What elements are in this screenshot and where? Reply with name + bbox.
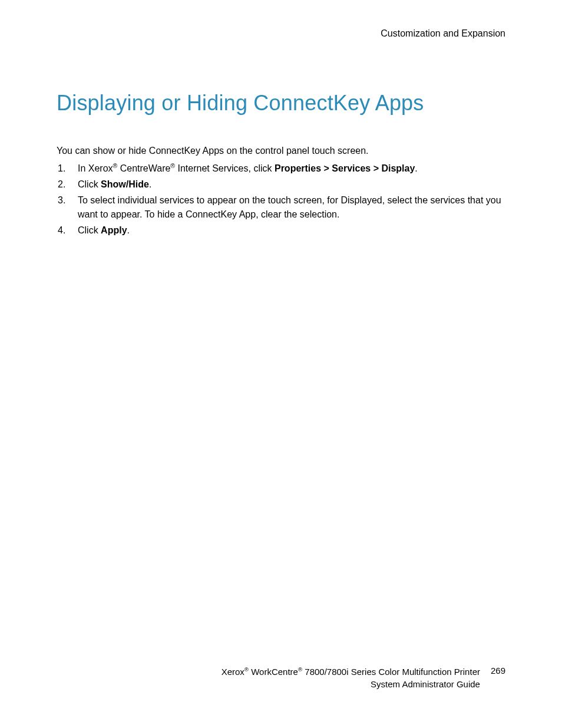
page-footer: Xerox® WorkCentre® 7800/7800i Series Col… — [0, 666, 562, 690]
step-number: 3. — [57, 193, 78, 222]
step-1: 1. In Xerox® CentreWare® Internet Servic… — [57, 162, 505, 176]
text-fragment: Click — [78, 179, 101, 189]
footer-product-info: Xerox® WorkCentre® 7800/7800i Series Col… — [222, 666, 480, 690]
text-fragment: 7800/7800i Series Color Multifunction Pr… — [302, 667, 480, 677]
text-fragment: Click — [78, 225, 101, 235]
bold-text: Properties > Services > Display — [275, 163, 415, 173]
text-fragment: . — [127, 225, 130, 235]
text-fragment: Xerox — [222, 667, 244, 677]
step-4: 4. Click Apply. — [57, 223, 505, 238]
step-number: 1. — [57, 162, 78, 176]
bold-text: Apply — [101, 225, 127, 235]
intro-text: You can show or hide ConnectKey Apps on … — [57, 144, 505, 158]
text-fragment: Internet Services, click — [175, 163, 275, 173]
step-number: 2. — [57, 177, 78, 192]
bold-text: Show/Hide — [101, 179, 149, 189]
step-number: 4. — [57, 223, 78, 238]
text-fragment: CentreWare — [117, 163, 170, 173]
step-text: Click Apply. — [78, 223, 505, 238]
text-fragment: . — [415, 163, 417, 173]
step-text: In Xerox® CentreWare® Internet Services,… — [78, 162, 505, 176]
step-2: 2. Click Show/Hide. — [57, 177, 505, 192]
text-fragment: In Xerox — [78, 163, 113, 173]
page-number: 269 — [491, 666, 505, 676]
step-3: 3. To select individual services to appe… — [57, 193, 505, 222]
step-text: To select individual services to appear … — [78, 193, 505, 222]
step-text: Click Show/Hide. — [78, 177, 505, 192]
text-fragment: . — [149, 179, 151, 189]
page-title: Displaying or Hiding ConnectKey Apps — [57, 91, 505, 116]
text-fragment: WorkCentre — [249, 667, 298, 677]
steps-list: 1. In Xerox® CentreWare® Internet Servic… — [57, 162, 505, 238]
registered-icon: ® — [244, 666, 249, 673]
header-section-label: Customization and Expansion — [57, 28, 505, 39]
registered-icon: ® — [170, 163, 175, 169]
footer-guide-label: System Administrator Guide — [222, 678, 480, 690]
